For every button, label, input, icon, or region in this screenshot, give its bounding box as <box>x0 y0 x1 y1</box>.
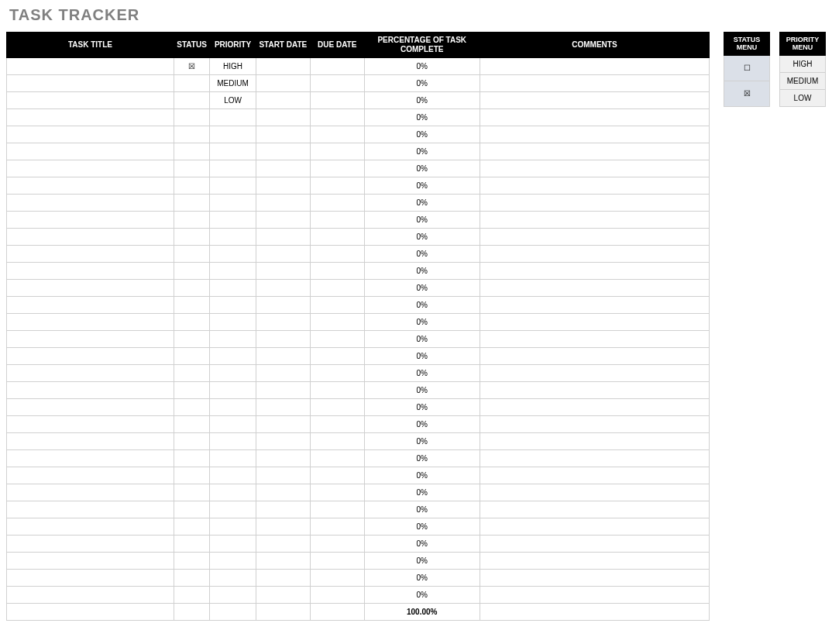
cell-pct-complete[interactable]: 0% <box>364 587 480 604</box>
cell-pct-complete[interactable]: 0% <box>364 501 480 518</box>
cell-pct-complete[interactable]: 0% <box>364 570 480 587</box>
cell-pct-complete[interactable]: 0% <box>364 348 480 365</box>
cell-pct-complete[interactable]: 0% <box>364 212 480 229</box>
cell-comments[interactable] <box>480 450 709 467</box>
cell-start-date[interactable] <box>256 467 310 484</box>
cell-status[interactable] <box>174 416 209 433</box>
cell-priority[interactable] <box>210 416 256 433</box>
priority-menu-item[interactable]: LOW <box>780 90 826 107</box>
cell-comments[interactable] <box>480 416 709 433</box>
cell-comments[interactable] <box>480 195 709 212</box>
cell-status[interactable] <box>174 109 209 126</box>
cell-priority[interactable] <box>210 160 256 177</box>
cell-pct-complete[interactable]: 0% <box>364 553 480 570</box>
cell-task-title[interactable] <box>7 331 174 348</box>
cell-priority[interactable] <box>210 587 256 604</box>
cell-start-date[interactable] <box>256 331 310 348</box>
cell-comments[interactable] <box>480 177 709 195</box>
cell-pct-complete[interactable]: 0% <box>364 177 480 195</box>
cell-task-title[interactable] <box>7 297 174 314</box>
cell-comments[interactable] <box>480 518 709 536</box>
cell-priority[interactable] <box>210 246 256 263</box>
cell-comments[interactable] <box>480 109 709 126</box>
cell-status[interactable] <box>174 518 209 536</box>
cell-priority[interactable] <box>210 467 256 484</box>
cell-start-date[interactable] <box>256 416 310 433</box>
cell-start-date[interactable] <box>256 109 310 126</box>
cell-start-date[interactable] <box>256 160 310 177</box>
cell-task-title[interactable] <box>7 416 174 433</box>
cell-comments[interactable] <box>480 297 709 314</box>
cell-task-title[interactable] <box>7 604 174 621</box>
cell-task-title[interactable] <box>7 92 174 109</box>
cell-comments[interactable] <box>480 570 709 587</box>
cell-due-date[interactable] <box>310 399 364 416</box>
cell-comments[interactable] <box>480 536 709 553</box>
cell-pct-complete[interactable]: 0% <box>364 433 480 450</box>
cell-start-date[interactable] <box>256 75 310 92</box>
cell-comments[interactable] <box>480 58 709 75</box>
cell-due-date[interactable] <box>310 484 364 501</box>
cell-start-date[interactable] <box>256 246 310 263</box>
cell-pct-complete[interactable]: 0% <box>364 160 480 177</box>
cell-priority[interactable] <box>210 553 256 570</box>
cell-start-date[interactable] <box>256 484 310 501</box>
cell-due-date[interactable] <box>310 160 364 177</box>
cell-pct-complete[interactable]: 0% <box>364 58 480 75</box>
status-menu-item[interactable]: ☐ <box>724 56 770 81</box>
cell-task-title[interactable] <box>7 263 174 280</box>
cell-start-date[interactable] <box>256 553 310 570</box>
cell-priority[interactable] <box>210 501 256 518</box>
cell-task-title[interactable] <box>7 126 174 143</box>
cell-start-date[interactable] <box>256 126 310 143</box>
cell-start-date[interactable] <box>256 58 310 75</box>
cell-status[interactable] <box>174 365 209 382</box>
cell-due-date[interactable] <box>310 263 364 280</box>
cell-comments[interactable] <box>480 92 709 109</box>
cell-due-date[interactable] <box>310 109 364 126</box>
cell-task-title[interactable] <box>7 399 174 416</box>
cell-task-title[interactable] <box>7 212 174 229</box>
cell-start-date[interactable] <box>256 604 310 621</box>
cell-priority[interactable] <box>210 126 256 143</box>
cell-priority[interactable] <box>210 177 256 195</box>
cell-status[interactable] <box>174 467 209 484</box>
cell-comments[interactable] <box>480 348 709 365</box>
cell-pct-complete[interactable]: 0% <box>364 314 480 331</box>
cell-comments[interactable] <box>480 587 709 604</box>
cell-status[interactable] <box>174 297 209 314</box>
cell-task-title[interactable] <box>7 587 174 604</box>
cell-priority[interactable] <box>210 195 256 212</box>
cell-task-title[interactable] <box>7 570 174 587</box>
cell-comments[interactable] <box>480 212 709 229</box>
cell-task-title[interactable] <box>7 75 174 92</box>
cell-pct-complete[interactable]: 0% <box>364 416 480 433</box>
cell-status[interactable] <box>174 126 209 143</box>
cell-pct-complete[interactable]: 0% <box>364 280 480 297</box>
cell-status[interactable] <box>174 501 209 518</box>
cell-due-date[interactable] <box>310 518 364 536</box>
cell-due-date[interactable] <box>310 467 364 484</box>
cell-comments[interactable] <box>480 501 709 518</box>
cell-comments[interactable] <box>480 382 709 399</box>
cell-comments[interactable] <box>480 433 709 450</box>
cell-comments[interactable] <box>480 75 709 92</box>
cell-due-date[interactable] <box>310 143 364 160</box>
cell-pct-complete[interactable]: 0% <box>364 109 480 126</box>
cell-start-date[interactable] <box>256 501 310 518</box>
cell-comments[interactable] <box>480 126 709 143</box>
cell-status[interactable] <box>174 160 209 177</box>
cell-status[interactable] <box>174 195 209 212</box>
cell-priority[interactable] <box>210 365 256 382</box>
cell-due-date[interactable] <box>310 348 364 365</box>
cell-due-date[interactable] <box>310 570 364 587</box>
cell-priority[interactable] <box>210 263 256 280</box>
cell-priority[interactable]: MEDIUM <box>210 75 256 92</box>
cell-task-title[interactable] <box>7 433 174 450</box>
cell-priority[interactable] <box>210 297 256 314</box>
cell-comments[interactable] <box>480 280 709 297</box>
cell-pct-complete[interactable]: 0% <box>364 467 480 484</box>
cell-comments[interactable] <box>480 160 709 177</box>
cell-pct-complete[interactable]: 0% <box>364 246 480 263</box>
cell-start-date[interactable] <box>256 348 310 365</box>
